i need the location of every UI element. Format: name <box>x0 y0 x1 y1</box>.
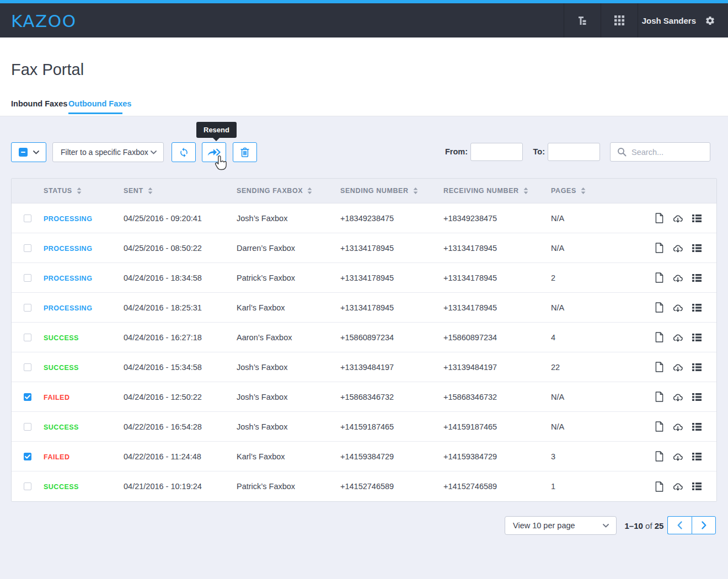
per-page-dropdown[interactable]: View 10 per page <box>505 516 617 535</box>
fax-details-button[interactable] <box>692 244 702 253</box>
view-fax-button[interactable] <box>655 392 663 402</box>
column-header-status[interactable]: STATUS <box>44 187 124 195</box>
kazoo-logo[interactable]: KAZOO <box>11 11 77 31</box>
row-checkbox[interactable] <box>24 244 31 252</box>
faxbox-filter-label: Filter to a specific Faxbox <box>61 148 151 157</box>
trash-icon <box>240 147 250 158</box>
select-all-dropdown-button[interactable] <box>11 142 46 162</box>
details-list-icon <box>692 303 702 312</box>
sending-number-cell: +13139484197 <box>340 363 443 372</box>
date-to-input[interactable] <box>548 143 600 161</box>
column-header-receiving-number[interactable]: RECEIVING NUMBER <box>443 187 551 195</box>
select-all-checkbox[interactable] <box>19 148 28 157</box>
date-from-input[interactable] <box>470 143 523 161</box>
download-fax-button[interactable] <box>672 243 683 253</box>
fax-details-button[interactable] <box>692 363 702 372</box>
status-label: PROCESSING <box>44 245 92 253</box>
fax-details-button[interactable] <box>692 452 702 461</box>
row-checkbox[interactable] <box>24 423 31 431</box>
table-row: FAILED 04/22/2016 - 11:24:48 Karl’s Faxb… <box>12 442 716 471</box>
cloud-download-icon <box>672 392 683 402</box>
chevron-down-icon <box>151 151 157 154</box>
refresh-button[interactable] <box>172 142 196 162</box>
status-label: SUCCESS <box>44 483 79 491</box>
view-fax-button[interactable] <box>655 302 663 313</box>
cloud-download-icon <box>672 243 683 253</box>
row-checkbox[interactable] <box>24 334 31 341</box>
user-menu[interactable]: Josh Sanders <box>638 3 728 37</box>
file-icon <box>655 302 663 313</box>
faxbox-cell: Darren’s Faxbox <box>237 244 340 253</box>
row-checkbox[interactable] <box>24 363 31 371</box>
table-row: SUCCESS 04/24/2016 - 16:27:18 Aaron’s Fa… <box>12 323 716 352</box>
download-fax-button[interactable] <box>672 362 683 372</box>
tab-outbound-faxes[interactable]: Outbound Faxes <box>68 99 131 108</box>
cloud-download-icon <box>672 273 683 283</box>
fax-details-button[interactable] <box>692 303 702 312</box>
next-page-button[interactable] <box>692 516 716 534</box>
file-icon <box>655 451 663 462</box>
tab-inbound-faxes[interactable]: Inbound Faxes <box>11 99 67 108</box>
prev-page-button[interactable] <box>667 516 692 534</box>
sort-icon <box>413 187 418 194</box>
download-fax-button[interactable] <box>672 213 683 223</box>
fax-details-button[interactable] <box>692 274 702 282</box>
fax-details-button[interactable] <box>692 422 702 431</box>
view-fax-button[interactable] <box>655 243 663 253</box>
resend-button[interactable] <box>202 142 226 162</box>
column-header-sending-faxbox[interactable]: SENDING FAXBOX <box>237 187 340 195</box>
faxbox-cell: Patrick’s Faxbox <box>237 482 340 491</box>
file-icon <box>655 272 663 283</box>
column-header-sent[interactable]: SENT <box>124 187 237 195</box>
table-row: PROCESSING 04/24/2016 - 18:34:58 Patrick… <box>12 263 716 293</box>
status-label: SUCCESS <box>44 423 79 431</box>
receiving-number-cell: +13134178945 <box>443 274 551 282</box>
search-box <box>610 142 710 162</box>
delete-button[interactable] <box>233 142 257 162</box>
column-header-pages[interactable]: PAGES <box>551 187 637 195</box>
page-title: Fax Portal <box>11 61 84 79</box>
row-checkbox[interactable] <box>24 215 31 222</box>
details-list-icon <box>692 274 702 282</box>
fax-details-button[interactable] <box>692 333 702 342</box>
view-fax-button[interactable] <box>655 421 663 432</box>
file-icon <box>655 392 663 402</box>
sending-number-cell: +13134178945 <box>340 274 443 282</box>
row-checkbox[interactable] <box>24 274 31 282</box>
resend-tooltip: Resend <box>196 122 237 138</box>
apps-grid-button[interactable] <box>601 3 638 37</box>
search-input[interactable] <box>631 148 710 157</box>
view-fax-button[interactable] <box>655 213 663 223</box>
view-fax-button[interactable] <box>655 332 663 342</box>
view-fax-button[interactable] <box>655 481 663 492</box>
account-hierarchy-button[interactable] <box>564 3 601 37</box>
fax-details-button[interactable] <box>692 482 702 491</box>
download-fax-button[interactable] <box>672 392 683 402</box>
sending-number-cell: +14159187465 <box>340 422 443 431</box>
view-fax-button[interactable] <box>655 272 663 283</box>
download-fax-button[interactable] <box>672 303 683 313</box>
user-name: Josh Sanders <box>642 16 696 25</box>
row-checkbox[interactable] <box>24 482 31 490</box>
download-fax-button[interactable] <box>672 273 683 283</box>
view-fax-button[interactable] <box>655 451 663 462</box>
chevron-left-icon <box>677 521 682 529</box>
row-checkbox[interactable] <box>24 393 31 401</box>
row-checkbox[interactable] <box>24 304 31 312</box>
fax-table-header: STATUS SENT SENDING FAXBOX SENDING NUMBE… <box>12 179 716 203</box>
refresh-icon <box>179 147 189 158</box>
receiving-number-cell: +14152746589 <box>443 482 551 491</box>
faxbox-filter-dropdown[interactable]: Filter to a specific Faxbox <box>52 142 164 162</box>
download-fax-button[interactable] <box>672 333 683 342</box>
fax-details-button[interactable] <box>692 393 702 401</box>
column-header-sending-number[interactable]: SENDING NUMBER <box>340 187 443 195</box>
file-icon <box>655 243 663 253</box>
row-checkbox[interactable] <box>24 453 31 460</box>
download-fax-button[interactable] <box>672 422 683 432</box>
view-fax-button[interactable] <box>655 362 663 372</box>
details-list-icon <box>692 363 702 372</box>
fax-details-button[interactable] <box>692 214 702 223</box>
check-icon <box>25 395 30 399</box>
download-fax-button[interactable] <box>672 481 683 491</box>
download-fax-button[interactable] <box>672 452 683 462</box>
